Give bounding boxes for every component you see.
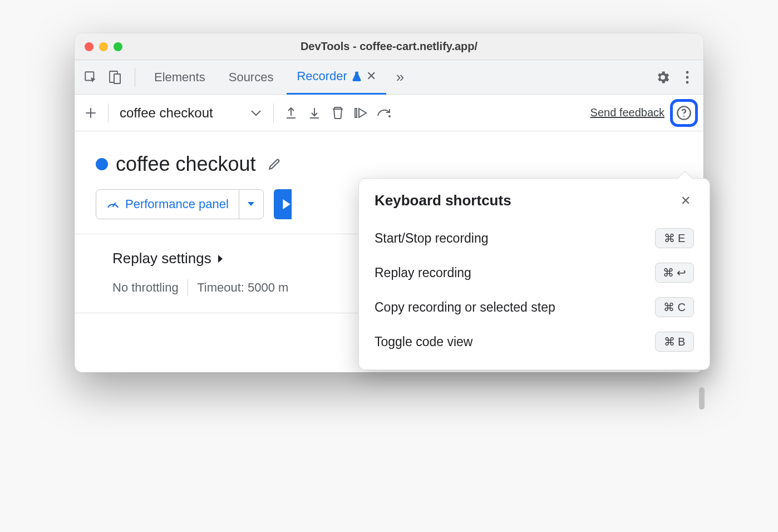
shortcut-label: Toggle code view [375,334,472,349]
shortcut-row: Copy recording or selected step ⌘ C [375,297,694,317]
replay-button[interactable] [274,189,292,219]
shortcut-key: ⌘ ↩ [655,263,694,283]
svg-point-8 [388,115,391,117]
zoom-window-button[interactable] [114,42,122,51]
device-toolbar-icon[interactable] [105,67,126,88]
svg-rect-2 [114,74,120,83]
shortcut-key: ⌘ C [655,297,694,317]
shortcut-label: Start/Stop recording [375,231,489,246]
delete-icon[interactable] [327,102,348,124]
recording-select[interactable]: coffee checkout [115,105,243,121]
tab-elements[interactable]: Elements [144,60,215,95]
shortcut-label: Copy recording or selected step [375,300,555,315]
gauge-icon [106,199,120,210]
devtools-tabbar: Elements Sources Recorder ✕ » [75,60,703,95]
replay-arc-icon[interactable] [374,102,395,124]
svg-point-5 [686,76,689,78]
recording-title: coffee checkout [116,152,256,176]
popup-title: Keyboard shortcuts [375,192,511,209]
svg-point-4 [686,71,689,73]
close-tab-icon[interactable]: ✕ [366,69,376,83]
svg-point-6 [686,81,689,83]
titlebar: DevTools - coffee-cart.netlify.app/ [75,33,703,60]
add-recording-button[interactable] [80,102,101,124]
caret-right-icon [217,254,224,263]
svg-point-10 [683,115,685,116]
throttling-value: No throttling [112,280,179,295]
step-icon[interactable] [351,102,372,124]
edit-title-icon[interactable] [264,154,285,175]
scrollbar-thumb[interactable] [699,387,705,410]
shortcut-row: Toggle code view ⌘ B [375,332,694,352]
performance-panel-label: Performance panel [125,197,229,211]
tab-recorder[interactable]: Recorder ✕ [287,60,386,95]
gear-icon[interactable] [652,67,673,88]
send-feedback-link[interactable]: Send feedback [590,106,664,119]
shortcut-row: Start/Stop recording ⌘ E [375,228,694,248]
performance-dropdown-caret[interactable] [239,190,263,219]
separator [273,104,274,122]
help-button[interactable] [670,99,698,127]
flask-icon [352,71,362,82]
traffic-lights [85,42,122,51]
timeout-value: Timeout: 5000 m [197,280,288,295]
shortcut-key: ⌘ B [655,332,694,352]
chevron-down-icon[interactable] [245,102,267,124]
minimize-window-button[interactable] [99,42,108,51]
svg-rect-7 [355,109,357,117]
devtools-window: DevTools - coffee-cart.netlify.app/ Elem… [75,33,703,372]
separator [108,104,109,122]
shortcut-row: Replay recording ⌘ ↩ [375,263,694,283]
kebab-menu-icon[interactable] [677,67,698,88]
recording-status-dot [96,158,108,170]
recorder-toolbar: coffee checkout Send feedback [75,95,703,131]
shortcut-key: ⌘ E [655,228,694,248]
keyboard-shortcuts-popup: Keyboard shortcuts ✕ Start/Stop recordin… [358,178,710,370]
more-tabs-icon[interactable]: » [390,67,411,88]
shortcut-label: Replay recording [375,265,471,280]
inspect-icon[interactable] [80,67,101,88]
import-icon[interactable] [304,102,325,124]
tab-sources[interactable]: Sources [219,60,284,95]
export-icon[interactable] [280,102,302,124]
close-icon[interactable]: ✕ [677,193,694,209]
separator [135,68,135,87]
window-title: DevTools - coffee-cart.netlify.app/ [75,40,703,53]
close-window-button[interactable] [85,42,93,51]
performance-panel-button[interactable]: Performance panel [96,189,264,219]
